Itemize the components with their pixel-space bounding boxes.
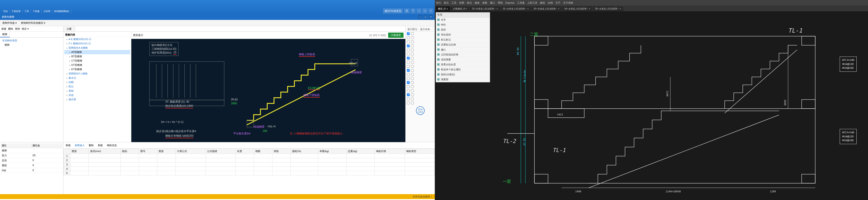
grid-cell[interactable] — [272, 158, 291, 162]
grid-new2-button[interactable]: 新建 — [97, 143, 104, 147]
cad-tool-item[interactable]: 特性 — [436, 23, 490, 27]
grid-cell[interactable] — [176, 162, 206, 167]
visibility-checkbox[interactable] — [407, 32, 410, 35]
grid-cell[interactable] — [70, 171, 89, 175]
grid-cell[interactable] — [176, 171, 206, 175]
grid-cell[interactable] — [272, 167, 291, 171]
cad-document-tab[interactable]: 主要建模_t3 × — [451, 6, 469, 11]
cad-tool-item[interactable]: 点到直线的距离 — [436, 52, 490, 57]
grid-cell[interactable] — [121, 162, 139, 167]
atlas-tree-node[interactable]: BT型楼梯 — [64, 54, 130, 59]
visibility-checkbox[interactable] — [407, 53, 410, 56]
grid-cell[interactable] — [236, 167, 254, 171]
visibility-checkbox[interactable] — [407, 85, 410, 88]
cad-document-tab[interactable]: 04~永泰县人民法院审··· × — [562, 6, 593, 11]
cad-document-tab[interactable]: 05~永泰县人民法院审··· × — [593, 6, 623, 11]
name-checkbox[interactable] — [411, 65, 414, 68]
cad-menu-item[interactable]: 关于 — [556, 1, 560, 4]
search-icon[interactable]: Q — [404, 8, 410, 13]
grid-column-header[interactable]: 直径(mm) — [89, 149, 121, 154]
grid-cell[interactable] — [318, 171, 346, 175]
rebar-grid[interactable]: 图形直径(mm)级别图号图形计算公式公式描述长度根数拱筋损耗(%)单重(kg)总… — [63, 148, 435, 194]
cad-menu-item[interactable]: 建筑 — [540, 1, 545, 4]
grid-cell[interactable] — [346, 171, 375, 175]
close-button[interactable]: × — [429, 8, 433, 13]
cad-document-tab[interactable]: 楼层_t3× — [436, 6, 450, 11]
grid-cell[interactable] — [318, 167, 346, 171]
grid-row[interactable]: 3 — [64, 162, 435, 167]
grid-cell[interactable] — [291, 171, 318, 175]
grid-cell[interactable] — [291, 167, 318, 171]
grid-rebar-info-button[interactable]: 钢筋信息 — [106, 143, 118, 147]
grid-cell[interactable] — [70, 167, 89, 171]
grid-cell[interactable] — [346, 167, 375, 171]
cad-tool-item[interactable]: 面积 — [436, 27, 490, 32]
grid-cell[interactable] — [236, 154, 254, 158]
name-checkbox[interactable] — [411, 53, 414, 56]
cad-viewport[interactable]: 二层 一层 TL-1 TL-2 TL-1 69.00 4579(十步) 42.1… — [435, 11, 868, 200]
grid-cell[interactable] — [405, 158, 435, 162]
visibility-checkbox[interactable] — [407, 61, 410, 64]
grid-column-header[interactable]: 根数 — [254, 149, 272, 154]
calculate-save-button[interactable]: 计算保存 — [388, 33, 404, 38]
grid-cell[interactable] — [318, 154, 346, 158]
help-icon[interactable]: ? — [410, 8, 415, 13]
name-checkbox[interactable] — [411, 77, 414, 80]
cad-menu-item[interactable]: 文字表格 — [563, 1, 573, 4]
visibility-checkbox[interactable] — [407, 36, 410, 39]
grid-column-header[interactable]: 图形 — [157, 149, 176, 154]
grid-column-header[interactable]: 图形 — [70, 149, 89, 154]
visibility-checkbox[interactable] — [407, 98, 410, 100]
grid-cell[interactable] — [254, 162, 272, 167]
cad-tool-item[interactable]: 连续测量 — [436, 57, 490, 62]
name-checkbox[interactable] — [411, 94, 414, 96]
cad-menu-item[interactable]: 人防工具 — [527, 1, 537, 4]
grid-cell[interactable] — [157, 158, 176, 162]
visibility-checkbox[interactable] — [407, 81, 410, 84]
maximize-button[interactable]: □ — [422, 8, 428, 13]
feedback-pill[interactable]: 建议741条意见 — [383, 8, 403, 13]
cad-document-tab[interactable]: 03~永泰县人民法院审··· × — [531, 6, 562, 11]
param-value[interactable]: 25 — [174, 51, 177, 55]
ribbon-tab[interactable]: 工程设置 — [10, 9, 23, 13]
grid-cell[interactable] — [70, 162, 89, 167]
visibility-row[interactable] — [406, 64, 434, 68]
grid-cell[interactable] — [254, 154, 272, 158]
grid-column-header[interactable]: 计算公式 — [176, 149, 206, 154]
copy-component-dropdown[interactable]: 复制构件到其他楼层 ▾ — [20, 21, 46, 25]
grid-cell[interactable] — [139, 167, 157, 171]
name-checkbox[interactable] — [411, 40, 414, 43]
cad-tool-item[interactable]: 框选单个标注属性 — [436, 67, 490, 72]
grid-row[interactable]: 2 — [64, 158, 435, 162]
grid-cell[interactable] — [89, 154, 121, 158]
property-row[interactable]: (kg)0 — [1, 168, 62, 172]
grid-cell[interactable] — [176, 158, 206, 162]
visibility-row[interactable] — [406, 48, 434, 52]
grid-row[interactable]: 1 — [64, 154, 435, 158]
visibility-row[interactable] — [406, 36, 434, 40]
ribbon-tab[interactable]: 协同建模(限免) — [52, 9, 71, 13]
cad-tool-item[interactable]: 对齐 — [436, 18, 490, 23]
grid-cell[interactable] — [206, 162, 236, 167]
name-checkbox[interactable] — [411, 57, 414, 60]
atlas-tree-node[interactable]: A-E 楼梯(03G101-2) — [64, 37, 130, 41]
grid-cell[interactable] — [236, 171, 254, 175]
grid-cell[interactable] — [254, 171, 272, 175]
cad-menu-item[interactable]: 工具集 — [517, 1, 525, 4]
property-row[interactable]: 屋面0 — [1, 163, 62, 168]
grid-cell[interactable] — [139, 171, 157, 175]
visibility-row[interactable] — [406, 97, 434, 101]
tree-node[interactable]: 常用构件类型 — [0, 38, 63, 43]
cad-tool-item[interactable]: 查看分段长度 — [436, 62, 490, 67]
grid-cell[interactable] — [89, 167, 121, 171]
visibility-row[interactable] — [406, 40, 434, 44]
grid-cell[interactable] — [157, 162, 176, 167]
name-checkbox[interactable] — [411, 69, 414, 72]
grid-cell[interactable] — [346, 162, 375, 167]
visibility-checkbox[interactable] — [407, 73, 410, 76]
visibility-checkbox[interactable] — [407, 40, 410, 43]
cad-menu-item[interactable]: 标注 — [444, 1, 449, 4]
grid-column-header[interactable]: 拱筋 — [272, 149, 291, 154]
grid-cell[interactable] — [139, 154, 157, 158]
cad-menu-item[interactable]: 窗口 — [490, 1, 495, 4]
